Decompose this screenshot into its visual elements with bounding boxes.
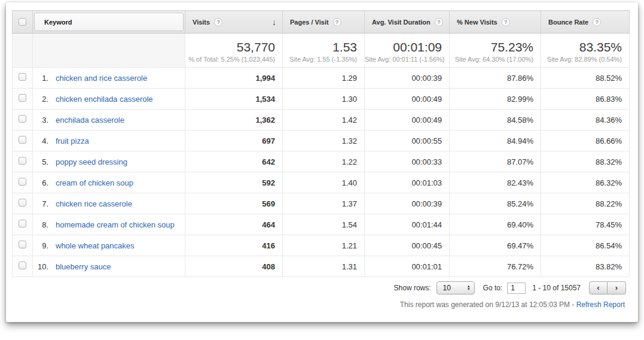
help-icon[interactable]: ? bbox=[333, 18, 341, 26]
bounce-cell: 88.52% bbox=[541, 68, 630, 89]
bounce-cell: 88.32% bbox=[541, 151, 630, 172]
row-checkbox[interactable] bbox=[19, 94, 26, 102]
summary-pages-subtext: Site Avg: 1.55 (-1.35%) bbox=[283, 55, 357, 64]
table-row: 10.blueberry sauce 408 1.31 00:01:01 76.… bbox=[13, 256, 630, 277]
help-icon[interactable]: ? bbox=[593, 18, 601, 26]
column-header-avg-visit-duration[interactable]: Avg. Visit Duration ? bbox=[365, 11, 450, 34]
summary-duration-cell: 00:01:09 Site Avg: 00:01:11 (-1.56%) bbox=[365, 34, 450, 68]
duration-cell: 00:00:55 bbox=[365, 130, 450, 151]
keyword-link[interactable]: cream of chicken soup bbox=[56, 178, 133, 187]
keyword-link[interactable]: chicken rice casserole bbox=[56, 199, 132, 208]
show-rows-label: Show rows: bbox=[394, 284, 431, 292]
column-header-visits[interactable]: Visits ? ↓ bbox=[185, 11, 283, 34]
summary-bounce-subtext: Site Avg: 82.89% (0.54%) bbox=[541, 55, 622, 64]
pages-cell: 1.29 bbox=[283, 68, 365, 89]
column-label-visits: Visits bbox=[193, 19, 210, 26]
row-checkbox[interactable] bbox=[19, 262, 26, 269]
new-visits-cell: 87.07% bbox=[450, 151, 541, 172]
pages-cell: 1.21 bbox=[283, 235, 365, 256]
table-row: 9.whole wheat pancakes 416 1.21 00:00:45… bbox=[13, 235, 630, 256]
row-range-text: 1 - 10 of 15057 bbox=[532, 284, 581, 292]
visits-cell: 416 bbox=[185, 235, 283, 256]
visits-cell: 592 bbox=[185, 172, 283, 193]
column-header-bounce-rate[interactable]: Bounce Rate ? bbox=[541, 11, 630, 34]
duration-cell: 00:00:39 bbox=[365, 68, 450, 89]
column-header-new-visits[interactable]: % New Visits ? bbox=[450, 11, 541, 34]
row-rank: 1. bbox=[33, 74, 48, 83]
row-rank: 4. bbox=[33, 136, 48, 145]
column-label-bounce-rate: Bounce Rate bbox=[548, 19, 588, 26]
visits-cell: 408 bbox=[185, 256, 283, 277]
visits-cell: 569 bbox=[185, 193, 283, 214]
bounce-cell: 86.83% bbox=[541, 89, 630, 110]
row-rank: 7. bbox=[33, 199, 48, 208]
column-label-pages-per-visit: Pages / Visit bbox=[290, 19, 329, 26]
bounce-cell: 86.66% bbox=[541, 130, 630, 151]
row-checkbox[interactable] bbox=[19, 220, 26, 227]
table-row: 3.enchilada casserole 1,362 1.42 00:00:4… bbox=[13, 110, 630, 130]
keyword-link[interactable]: chicken enchilada casserole bbox=[56, 95, 153, 104]
summary-bounce-value: 83.35% bbox=[541, 40, 622, 55]
visits-cell: 1,994 bbox=[185, 68, 283, 89]
next-page-button[interactable]: › bbox=[608, 281, 626, 295]
summary-bounce-cell: 83.35% Site Avg: 82.89% (0.54%) bbox=[541, 34, 630, 68]
summary-row: 53,770 % of Total: 5.25% (1,023,445) 1.5… bbox=[13, 34, 630, 68]
row-checkbox[interactable] bbox=[19, 73, 26, 81]
keyword-link[interactable]: blueberry sauce bbox=[56, 262, 111, 271]
pages-cell: 1.54 bbox=[283, 214, 365, 235]
keyword-dimension-button[interactable]: Keyword bbox=[34, 13, 184, 31]
row-rank: 3. bbox=[33, 116, 48, 125]
new-visits-cell: 69.47% bbox=[450, 235, 541, 256]
keyword-link[interactable]: chicken and rice casserole bbox=[56, 74, 147, 83]
row-rank: 2. bbox=[33, 95, 48, 104]
summary-duration-subtext: Site Avg: 00:01:11 (-1.56%) bbox=[365, 55, 442, 64]
keyword-link[interactable]: homemade cream of chicken soup bbox=[56, 220, 175, 229]
row-checkbox[interactable] bbox=[19, 199, 26, 207]
pages-cell: 1.37 bbox=[283, 193, 365, 214]
duration-cell: 00:00:49 bbox=[365, 89, 450, 110]
summary-new-visits-subtext: Site Avg: 64.30% (17.00%) bbox=[450, 55, 533, 64]
duration-cell: 00:01:01 bbox=[365, 256, 450, 277]
column-label-new-visits: % New Visits bbox=[457, 19, 498, 26]
row-checkbox[interactable] bbox=[19, 178, 26, 186]
refresh-report-link[interactable]: Refresh Report bbox=[576, 300, 625, 309]
help-icon[interactable]: ? bbox=[435, 18, 443, 26]
column-label-keyword: Keyword bbox=[44, 19, 72, 26]
keyword-link[interactable]: poppy seed dressing bbox=[56, 157, 127, 166]
select-spinner-icon: ▲ ▼ bbox=[467, 285, 471, 291]
previous-page-button[interactable]: ‹ bbox=[589, 281, 608, 295]
table-row: 7.chicken rice casserole 569 1.37 00:00:… bbox=[13, 193, 630, 214]
show-rows-value: 10 bbox=[443, 284, 451, 292]
keyword-report-table: Keyword Visits ? ↓ Pages / Visit ? bbox=[12, 10, 630, 277]
summary-keyword-cell bbox=[33, 34, 185, 68]
summary-visits-value: 53,770 bbox=[185, 40, 275, 55]
column-label-avg-visit-duration: Avg. Visit Duration bbox=[372, 19, 431, 26]
summary-duration-value: 00:01:09 bbox=[365, 40, 442, 55]
goto-page-input[interactable] bbox=[507, 283, 526, 294]
new-visits-cell: 82.99% bbox=[450, 89, 541, 110]
column-header-pages-per-visit[interactable]: Pages / Visit ? bbox=[283, 11, 365, 34]
pager-buttons: ‹ › bbox=[589, 281, 626, 295]
row-checkbox[interactable] bbox=[19, 241, 26, 248]
row-checkbox[interactable] bbox=[19, 157, 26, 165]
show-rows-select[interactable]: 10 ▲ ▼ bbox=[437, 281, 475, 295]
keyword-link[interactable]: enchilada casserole bbox=[56, 116, 124, 125]
pagination-bar: Show rows: 10 ▲ ▼ Go to: 1 - 10 of 15057… bbox=[12, 281, 629, 295]
duration-cell: 00:00:39 bbox=[365, 193, 450, 214]
table-row: 6.cream of chicken soup 592 1.40 00:01:0… bbox=[13, 172, 630, 193]
duration-cell: 00:00:33 bbox=[365, 151, 450, 172]
select-all-checkbox[interactable] bbox=[19, 18, 26, 26]
keyword-link[interactable]: whole wheat pancakes bbox=[56, 241, 135, 250]
row-checkbox[interactable] bbox=[19, 115, 26, 123]
new-visits-cell: 76.72% bbox=[450, 256, 541, 277]
keyword-link[interactable]: fruit pizza bbox=[56, 136, 89, 145]
row-checkbox[interactable] bbox=[19, 136, 26, 144]
help-icon[interactable]: ? bbox=[502, 18, 510, 26]
table-row: 2.chicken enchilada casserole 1,534 1.30… bbox=[13, 89, 630, 110]
bounce-cell: 83.82% bbox=[541, 256, 630, 277]
summary-checkbox-cell bbox=[13, 34, 33, 68]
bounce-cell: 86.32% bbox=[541, 172, 630, 193]
help-icon[interactable]: ? bbox=[214, 18, 222, 26]
column-header-keyword: Keyword bbox=[33, 11, 185, 34]
select-all-header bbox=[13, 11, 33, 34]
